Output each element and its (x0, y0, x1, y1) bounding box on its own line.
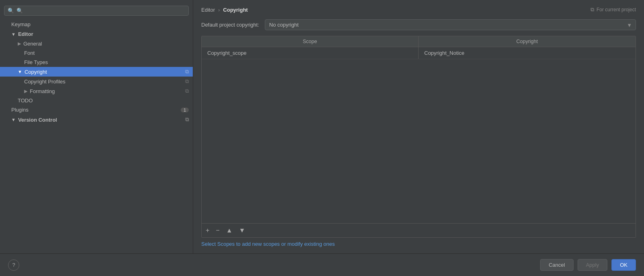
table-header: Scope Copyright (202, 36, 636, 47)
sidebar-item-copyright-profiles[interactable]: Copyright Profiles ⧉ (0, 77, 193, 86)
sidebar-font-label: Font (24, 50, 35, 56)
search-box[interactable]: 🔍 (4, 6, 189, 16)
sidebar-item-filetypes[interactable]: File Types (0, 58, 193, 67)
sidebar-todo-label: TODO (18, 98, 33, 104)
table-header-scope: Scope (202, 36, 419, 47)
sidebar-copyright-label: Copyright (25, 69, 47, 75)
project-badge: ⧉ For current project (590, 6, 636, 13)
bottom-actions: Cancel Apply OK (540, 259, 636, 271)
sidebar-version-control-label: Version Control (18, 117, 57, 123)
scope-table: Scope Copyright Copyright_scope Copyrigh… (201, 36, 636, 238)
sidebar-editor-label: Editor (18, 31, 33, 37)
table-toolbar: + − ▲ ▼ (202, 223, 636, 237)
sidebar-plugins-label: Plugins (11, 107, 29, 113)
apply-button[interactable]: Apply (578, 259, 608, 271)
copyright-copy-icon: ⧉ (185, 68, 189, 75)
sidebar-section-editor[interactable]: ▼ Editor (0, 29, 193, 39)
sidebar-item-plugins[interactable]: Plugins 1 (0, 105, 193, 114)
cancel-button[interactable]: Cancel (540, 259, 573, 271)
search-icon: 🔍 (8, 8, 14, 14)
sidebar-formatting-label: Formatting (30, 88, 55, 94)
sidebar-item-formatting[interactable]: ▶ Formatting ⧉ (0, 86, 193, 96)
search-input[interactable] (17, 8, 185, 14)
move-up-button[interactable]: ▲ (224, 226, 235, 235)
breadcrumb: Editor › Copyright ⧉ For current project (201, 6, 636, 13)
table-header-copyright: Copyright (419, 36, 636, 47)
copyright-dropdown[interactable]: No copyright Copyright_Notice (265, 19, 636, 30)
default-copyright-row: Default project copyright: No copyright … (201, 19, 636, 30)
sidebar-item-general[interactable]: ▶ General (0, 39, 193, 48)
content-area: Editor › Copyright ⧉ For current project… (193, 0, 644, 253)
formatting-expand-arrow: ▶ (24, 89, 27, 94)
select-scopes-link[interactable]: Select Scopes to add new scopes or modif… (201, 241, 636, 247)
table-body: Copyright_scope Copyright_Notice (202, 47, 636, 223)
version-control-collapse-arrow: ▼ (11, 117, 16, 122)
move-down-button[interactable]: ▼ (237, 226, 248, 235)
table-cell-scope: Copyright_scope (202, 47, 419, 59)
copyright-dropdown-wrapper: No copyright Copyright_Notice ▼ (265, 19, 636, 30)
table-row[interactable]: Copyright_scope Copyright_Notice (202, 47, 636, 59)
sidebar: 🔍 Keymap ▼ Editor ▶ General Font File Ty… (0, 0, 193, 253)
copyright-collapse-arrow: ▼ (18, 69, 22, 74)
general-expand-arrow: ▶ (18, 41, 21, 46)
version-control-copy-icon: ⧉ (185, 116, 189, 123)
remove-row-button[interactable]: − (213, 226, 222, 235)
sidebar-item-font[interactable]: Font (0, 48, 193, 58)
sidebar-general-label: General (23, 41, 42, 47)
sidebar-filetypes-label: File Types (24, 59, 48, 65)
breadcrumb-sep: › (218, 7, 220, 13)
copyright-profiles-copy-icon: ⧉ (185, 78, 189, 85)
bottom-bar: ? Cancel Apply OK (0, 253, 644, 276)
for-current-project-label: For current project (597, 7, 636, 12)
sidebar-item-keymap-label: Keymap (11, 21, 31, 27)
copy-icon-breadcrumb: ⧉ (590, 6, 594, 13)
editor-collapse-arrow: ▼ (11, 32, 16, 37)
sidebar-item-keymap[interactable]: Keymap (0, 20, 193, 29)
breadcrumb-editor: Editor (201, 7, 215, 13)
sidebar-item-todo[interactable]: TODO (0, 96, 193, 105)
help-button[interactable]: ? (8, 259, 19, 271)
formatting-copy-icon: ⧉ (185, 88, 189, 94)
breadcrumb-copyright: Copyright (223, 7, 248, 13)
ok-button[interactable]: OK (611, 259, 636, 271)
table-cell-copyright: Copyright_Notice (419, 47, 636, 59)
plugins-badge: 1 (181, 108, 189, 112)
default-copyright-label: Default project copyright: (201, 22, 259, 28)
sidebar-section-version-control[interactable]: ▼ Version Control ⧉ (0, 114, 193, 125)
add-row-button[interactable]: + (203, 226, 212, 235)
sidebar-copyright-profiles-label: Copyright Profiles (24, 79, 66, 85)
sidebar-item-copyright[interactable]: ▼ Copyright ⧉ (0, 67, 193, 77)
